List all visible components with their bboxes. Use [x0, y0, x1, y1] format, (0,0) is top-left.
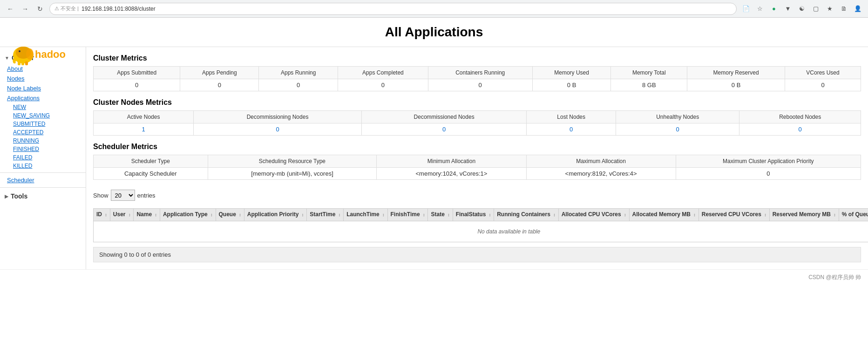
scheduler-cell: <memory:8192, vCores:4>: [526, 168, 676, 180]
extensions-button[interactable]: ☯: [796, 3, 807, 14]
cluster-arrow-icon: ▼: [5, 55, 9, 61]
scheduler-cell: [memory-mb (unit=Mi), vcores]: [208, 168, 377, 180]
app-table-col-header[interactable]: Allocated Memory MB ↕: [629, 209, 698, 221]
forward-button[interactable]: →: [20, 3, 31, 14]
sidebar-item-finished[interactable]: FINISHED: [0, 145, 86, 153]
app-table-col-header[interactable]: State ↕: [428, 209, 453, 221]
scheduler-cell: Capacity Scheduler: [94, 168, 208, 180]
cluster-nodes-col-header: Active Nodes: [94, 111, 194, 123]
shield-button[interactable]: ●: [768, 3, 780, 14]
back-button[interactable]: ←: [5, 3, 16, 14]
sort-icon: ↕: [448, 212, 450, 218]
down-arrow-button[interactable]: ▼: [782, 3, 793, 14]
sort-icon: ↕: [624, 212, 626, 218]
cluster-nodes-col-header: Rebooted Nodes: [739, 111, 861, 123]
app-table-col-header[interactable]: Running Containers ↕: [494, 209, 559, 221]
app-table-col-header[interactable]: User ↕: [110, 209, 134, 221]
cluster-nodes-link[interactable]: 0: [676, 126, 679, 133]
app-table-col-header[interactable]: LaunchTime ↕: [344, 209, 387, 221]
tools-label: Tools: [11, 192, 27, 200]
svg-point-3: [26, 48, 34, 60]
sidebar-item-submitted[interactable]: SUBMITTED: [0, 120, 86, 128]
cluster-nodes-values-row: 100000: [94, 123, 861, 136]
tools-section-header[interactable]: ▶ Tools: [0, 190, 86, 202]
app-table-col-header[interactable]: % of Queue ↕: [839, 209, 868, 221]
entries-select[interactable]: 102050100: [111, 190, 135, 201]
sidebar: ▼ Cluster About Nodes Node Labels Applic…: [0, 47, 86, 269]
sort-icon: ↕: [239, 212, 241, 218]
showing-info: Showing 0 to 0 of 0 entries: [93, 247, 861, 262]
browser-icons: 📄 ☆ ● ▼ ☯ ▢ ★ 🗎 👤: [740, 3, 863, 14]
user-icon[interactable]: 👤: [852, 3, 863, 14]
sort-icon: ↕: [382, 212, 385, 218]
cluster-nodes-cell: 1: [94, 123, 194, 136]
scheduler-cell: 0: [676, 168, 861, 180]
app-table-col-header[interactable]: Application Type ↕: [160, 209, 216, 221]
scheduler-col-header: Maximum Cluster Application Priority: [676, 155, 861, 168]
address-bar[interactable]: ⚠ 不安全 | 192.168.198.101:8088/cluster: [49, 3, 737, 15]
cluster-nodes-link[interactable]: 0: [799, 126, 802, 133]
scheduler-col-header: Scheduler Type: [94, 155, 208, 168]
cluster-nodes-col-header: Unhealthy Nodes: [616, 111, 739, 123]
cluster-section: ▼ Cluster About Nodes Node Labels Applic…: [0, 52, 86, 185]
split-view-button[interactable]: ▢: [810, 3, 821, 14]
show-entries-control: Show 102050100 entries: [93, 187, 861, 204]
app-table-col-header[interactable]: FinishTime ↕: [387, 209, 428, 221]
cluster-metrics-cell: 0: [785, 79, 861, 91]
sidebar-item-failed[interactable]: FAILED: [0, 153, 86, 162]
security-warning: ⚠ 不安全 |: [54, 5, 79, 12]
no-data-row: No data available in table: [94, 221, 868, 242]
sidebar-item-node-labels[interactable]: Node Labels: [0, 83, 86, 93]
cluster-metrics-cell: 0 B: [687, 79, 785, 91]
scheduler-col-header: Scheduling Resource Type: [208, 155, 377, 168]
reader-view-button[interactable]: 📄: [740, 3, 752, 14]
sort-icon: ↕: [693, 212, 696, 218]
top-bar: hadoop All Applications: [0, 18, 868, 47]
sidebar-item-nodes[interactable]: Nodes: [0, 74, 86, 83]
scheduler-col-header: Minimum Allocation: [377, 155, 526, 168]
app-table-col-header[interactable]: FinalStatus ↕: [453, 209, 494, 221]
cluster-metrics-values-row: 000000 B8 GB0 B0: [94, 79, 861, 91]
sidebar-item-new-saving[interactable]: NEW_SAVING: [0, 111, 86, 120]
app-table-col-header[interactable]: ID ↕: [94, 209, 110, 221]
favorites-button[interactable]: ★: [824, 3, 835, 14]
page-title: All Applications: [385, 25, 483, 40]
cluster-nodes-table: Active NodesDecommissioning NodesDecommi…: [93, 110, 861, 136]
cluster-metrics-cell: 0: [94, 79, 180, 91]
cluster-metrics-col-header: Containers Running: [428, 67, 532, 79]
cluster-nodes-col-header: Decommissioned Nodes: [361, 111, 526, 123]
cluster-nodes-link[interactable]: 0: [570, 126, 573, 133]
sort-icon: ↕: [764, 212, 766, 218]
app-table-col-header[interactable]: Reserved CPU VCores ↕: [698, 209, 769, 221]
sidebar-item-applications[interactable]: Applications: [0, 93, 86, 103]
app-table-col-header[interactable]: StartTime ↕: [307, 209, 344, 221]
downloads-button[interactable]: 🗎: [838, 3, 849, 14]
sort-icon: ↕: [423, 212, 425, 218]
scheduler-header-row: Scheduler TypeScheduling Resource TypeMi…: [94, 155, 861, 168]
tools-arrow-icon: ▶: [5, 194, 8, 199]
svg-rect-6: [25, 62, 28, 65]
app-table-col-header[interactable]: Queue ↕: [216, 209, 244, 221]
app-table-col-header[interactable]: Name ↕: [134, 209, 160, 221]
cluster-nodes-link[interactable]: 0: [442, 126, 446, 133]
cluster-nodes-cell: 0: [616, 123, 739, 136]
tools-section: ▶ Tools: [0, 190, 86, 202]
cluster-metrics-cell: 0: [428, 79, 532, 91]
reload-button[interactable]: ↻: [34, 3, 46, 14]
star-button[interactable]: ☆: [754, 3, 766, 14]
cluster-metrics-col-header: Apps Pending: [180, 67, 259, 79]
sort-icon: ↕: [105, 212, 107, 218]
sidebar-item-scheduler[interactable]: Scheduler: [0, 175, 86, 185]
app-table-col-header[interactable]: Allocated CPU VCores ↕: [558, 209, 629, 221]
sidebar-item-running[interactable]: RUNNING: [0, 137, 86, 145]
cluster-nodes-link[interactable]: 1: [142, 126, 145, 133]
app-table-col-header[interactable]: Reserved Memory MB ↕: [769, 209, 839, 221]
cluster-metrics-cell: 0: [338, 79, 428, 91]
sidebar-item-accepted[interactable]: ACCEPTED: [0, 128, 86, 137]
app-table-col-header[interactable]: Application Priority ↕: [244, 209, 307, 221]
sidebar-item-new[interactable]: NEW: [0, 103, 86, 111]
sort-icon: ↕: [155, 212, 157, 218]
sidebar-item-killed[interactable]: KILLED: [0, 162, 86, 170]
applications-table-body: No data available in table: [94, 221, 868, 242]
cluster-nodes-link[interactable]: 0: [276, 126, 279, 133]
